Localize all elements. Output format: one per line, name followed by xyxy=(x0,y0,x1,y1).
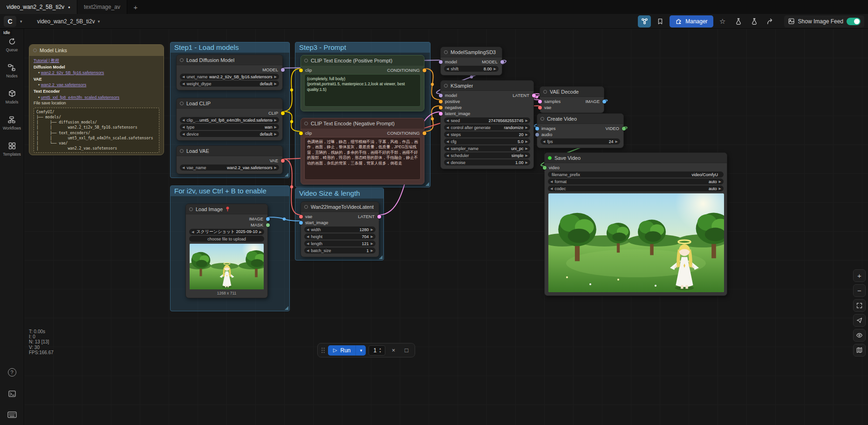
next-arrow-icon[interactable] xyxy=(526,133,528,136)
prev-arrow-icon[interactable] xyxy=(446,119,449,122)
next-arrow-icon[interactable] xyxy=(371,242,373,245)
star-button[interactable] xyxy=(716,15,729,27)
output-dot-clip[interactable] xyxy=(281,111,285,115)
prompt-textarea[interactable]: 色调艳丽，过曝，静态，细节模糊不清，字幕，风格，作品，画作，画面，静止，整体发灰… xyxy=(304,137,421,180)
node-ksampler[interactable]: KSampler model LATENT positive negative … xyxy=(440,80,534,169)
prev-arrow-icon[interactable] xyxy=(446,67,449,70)
sidebar-item-workflows[interactable]: Workflows xyxy=(3,116,21,130)
model-link[interactable]: wan2.2_vae.safetensors xyxy=(41,82,87,87)
next-arrow-icon[interactable] xyxy=(526,154,528,157)
node-clip-text-encode-positive[interactable]: CLIP Text Encode (Positive Prompt) clip … xyxy=(301,55,424,111)
prev-arrow-icon[interactable] xyxy=(446,154,449,157)
prev-arrow-icon[interactable] xyxy=(182,118,185,122)
prev-arrow-icon[interactable] xyxy=(182,166,185,169)
collapse-dot[interactable] xyxy=(180,102,184,105)
group-title[interactable]: Step3 - Prompt xyxy=(295,42,430,53)
node-load-clip[interactable]: Load CLIP CLIP clip_…umt5_xxl_fp8_e4m3fn… xyxy=(176,98,283,141)
prev-arrow-icon[interactable] xyxy=(446,133,449,136)
input-dot-negative[interactable] xyxy=(439,106,443,110)
tab-video-wan[interactable]: video_wan2_2_5B_ti2v xyxy=(0,0,77,14)
next-arrow-icon[interactable] xyxy=(526,126,528,129)
increment-icon[interactable] xyxy=(379,347,381,350)
prev-arrow-icon[interactable] xyxy=(550,180,553,183)
collapse-dot[interactable] xyxy=(304,122,308,125)
prev-arrow-icon[interactable] xyxy=(446,140,449,143)
next-arrow-icon[interactable] xyxy=(526,140,528,143)
widget-filename-prefix[interactable]: filename_prefixvideo/ComfyU xyxy=(548,171,724,178)
node-create-video[interactable]: Create Video images VIDEO audio fps24 xyxy=(537,113,624,148)
node-header[interactable]: ModelSamplingSD3 xyxy=(441,47,502,57)
share-button[interactable] xyxy=(764,15,777,27)
flask-button-2[interactable] xyxy=(748,15,761,27)
output-dot-video[interactable] xyxy=(622,127,626,130)
comfyui-logo[interactable]: C xyxy=(4,16,16,27)
node-header[interactable]: Wan22ImageToVideoLatent xyxy=(301,202,379,212)
graph-view-button[interactable] xyxy=(638,15,651,27)
next-arrow-icon[interactable] xyxy=(526,147,528,150)
prev-arrow-icon[interactable] xyxy=(307,235,309,238)
prev-arrow-icon[interactable] xyxy=(182,82,185,85)
node-model-sampling-sd3[interactable]: ModelSamplingSD3 model MODEL shift8.00 xyxy=(440,47,502,75)
node-header[interactable]: Load CLIP xyxy=(177,98,282,109)
node-save-video[interactable]: Save Video video filename_prefixvideo/Co… xyxy=(544,152,727,296)
collapse-dot[interactable] xyxy=(189,207,193,211)
toggle-visibility-button[interactable] xyxy=(853,329,866,342)
next-arrow-icon[interactable] xyxy=(526,119,528,122)
fit-view-button[interactable] xyxy=(853,299,866,312)
widget-unet-name[interactable]: unet_namewan2.2_ti2v_5B_fp16.safetensors xyxy=(180,74,279,80)
node-header[interactable]: CLIP Text Encode (Negative Prompt) xyxy=(301,118,424,129)
widget-cfg[interactable]: cfg5.0 xyxy=(444,138,530,144)
minimap-button[interactable] xyxy=(853,344,866,356)
group-title[interactable]: Video Size & length xyxy=(295,188,383,199)
batch-count-input[interactable]: 1 xyxy=(369,345,385,356)
sidebar-item-templates[interactable]: Templates xyxy=(3,142,21,157)
widget-clip-name[interactable]: clip_…umt5_xxl_fp8_e4m3fn_scaled.safeten… xyxy=(180,117,279,123)
widget-image-file[interactable]: スクリーンショット 2025-09-10 ... xyxy=(189,229,264,235)
drag-handle[interactable] xyxy=(321,347,325,354)
widget-weight-dtype[interactable]: weight_dtypedefault xyxy=(180,81,279,87)
next-arrow-icon[interactable] xyxy=(274,75,277,78)
output-dot-image[interactable] xyxy=(266,217,270,221)
node-load-image[interactable]: Load Image IMAGE MASK スクリーンショット 2025-09-… xyxy=(185,204,268,298)
next-arrow-icon[interactable] xyxy=(274,125,277,129)
widget-vae-name[interactable]: vae_namewan2.2_vae.safetensors xyxy=(180,165,279,171)
widget-device[interactable]: devicedefault xyxy=(180,131,279,137)
image-feed-toggle[interactable] xyxy=(847,18,861,25)
collapse-dot[interactable] xyxy=(180,149,184,153)
widget-type[interactable]: typewan xyxy=(180,124,279,130)
input-dot-video[interactable] xyxy=(543,166,547,170)
widget-control-after-generate[interactable]: control after generaterandomize xyxy=(444,124,530,130)
next-arrow-icon[interactable] xyxy=(371,235,373,238)
output-dot-model[interactable] xyxy=(281,68,285,72)
collapse-dot[interactable] xyxy=(304,59,308,62)
input-dot-vae[interactable] xyxy=(538,106,542,110)
node-clip-text-encode-negative[interactable]: CLIP Text Encode (Negative Prompt) clip … xyxy=(301,118,424,185)
widget-sampler-name[interactable]: sampler_nameuni_pc xyxy=(444,145,530,151)
show-image-feed-control[interactable]: Show Image Feed xyxy=(784,15,864,27)
node-header[interactable]: KSampler xyxy=(441,81,533,91)
next-arrow-icon[interactable] xyxy=(274,132,277,136)
input-dot-model[interactable] xyxy=(439,94,443,97)
node-header[interactable]: Save Video xyxy=(545,153,727,163)
input-dot-vae[interactable] xyxy=(299,215,303,219)
video-preview[interactable] xyxy=(548,193,724,292)
zoom-out-button[interactable] xyxy=(853,284,866,297)
collapse-dot[interactable] xyxy=(444,50,448,54)
widget-batch-size[interactable]: batch_size1 xyxy=(304,247,376,254)
output-dot-image[interactable] xyxy=(602,100,606,103)
collapse-dot[interactable] xyxy=(304,205,308,209)
prev-arrow-icon[interactable] xyxy=(550,187,553,190)
input-dot-start-image[interactable] xyxy=(299,221,303,225)
help-button[interactable] xyxy=(8,368,16,377)
widget-codec[interactable]: codecauto xyxy=(548,185,724,192)
workflow-name-menu[interactable]: video_wan2_2_5B_ti2v xyxy=(37,18,100,25)
next-arrow-icon[interactable] xyxy=(526,161,528,164)
input-dot-clip[interactable] xyxy=(299,131,303,135)
widget-seed[interactable]: seed274785682553745 xyxy=(444,117,530,123)
node-header[interactable]: CLIP Text Encode (Positive Prompt) xyxy=(301,55,424,66)
sidebar-item-queue[interactable]: Queue xyxy=(6,37,18,52)
output-dot-latent[interactable] xyxy=(532,94,536,97)
next-arrow-icon[interactable] xyxy=(615,140,618,143)
output-dot-conditioning[interactable] xyxy=(423,131,426,135)
output-dot-model[interactable] xyxy=(500,60,504,64)
